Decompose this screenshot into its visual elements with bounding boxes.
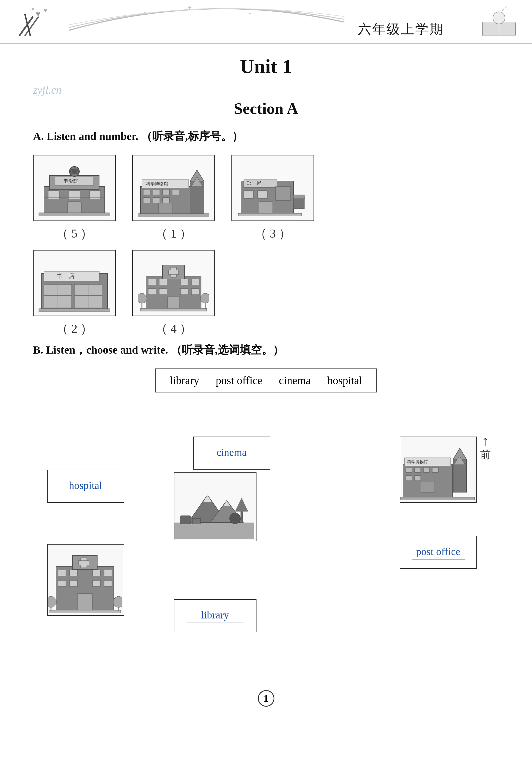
word-library: library — [170, 374, 199, 387]
part-a-instruction: A. Listen and number. （听录音,标序号。） — [33, 129, 499, 144]
svg-rect-31 — [172, 189, 179, 195]
svg-text:邮　局: 邮 局 — [247, 180, 261, 186]
image-box-cinema: 电影院 — [33, 155, 116, 221]
svg-marker-97 — [203, 495, 212, 502]
part-a-row-1: 电影院 （ 5 ） — [33, 155, 499, 242]
image-number-bookshop: （ 2 ） — [56, 320, 93, 337]
svg-point-78 — [200, 293, 209, 303]
map-box-cinema: cinema — [193, 437, 270, 470]
svg-rect-61 — [39, 309, 110, 311]
svg-rect-100 — [192, 519, 201, 524]
svg-rect-51 — [293, 195, 304, 199]
svg-rect-32 — [143, 198, 150, 203]
svg-rect-71 — [159, 288, 167, 294]
svg-rect-30 — [163, 189, 169, 195]
image-item-bookshop: 书 店 （ 2 ） — [33, 250, 116, 337]
part-b-instruction: B. Listen，choose and write. （听录音,选词填空。） — [33, 342, 499, 357]
svg-rect-70 — [148, 288, 156, 294]
svg-rect-94 — [174, 523, 254, 539]
svg-rect-46 — [258, 191, 267, 198]
header-decoration-right: ♪ ♫ — [477, 3, 521, 39]
svg-rect-25 — [39, 213, 110, 216]
image-item-hospital: （ 4 ） — [132, 250, 215, 337]
part-a-row-2: 书 店 （ 2 ） — [33, 250, 499, 337]
svg-rect-115 — [104, 581, 112, 587]
svg-rect-86 — [432, 468, 438, 473]
svg-rect-87 — [406, 476, 412, 481]
svg-rect-113 — [70, 581, 77, 587]
watermark: zyjl.cn — [33, 83, 499, 96]
svg-point-101 — [229, 513, 241, 524]
unit-title: Unit 1 — [33, 55, 499, 78]
svg-text:✦: ✦ — [187, 5, 192, 11]
map-cinema-image — [174, 473, 256, 541]
svg-rect-33 — [153, 198, 160, 203]
word-cinema: cinema — [279, 374, 311, 387]
direction-indicator: ↑ 前 — [480, 434, 491, 462]
svg-rect-49 — [238, 213, 302, 216]
svg-rect-110 — [93, 570, 100, 576]
svg-point-11 — [493, 12, 505, 24]
map-museum-image: 科学博物馆 — [400, 437, 477, 503]
svg-rect-99 — [180, 516, 191, 524]
library-answer: library — [201, 609, 229, 621]
word-bank: library post office cinema hospital — [155, 368, 376, 393]
svg-rect-68 — [180, 279, 188, 285]
svg-rect-102 — [241, 512, 243, 523]
svg-rect-85 — [423, 468, 430, 473]
image-item-cinema: 电影院 （ 5 ） — [33, 155, 116, 242]
image-number-museum: （ 1 ） — [155, 225, 192, 242]
image-item-museum: 科学博物馆 （ 1 ） — [132, 155, 215, 242]
word-bank-container: library post office cinema hospital — [33, 368, 499, 406]
svg-rect-72 — [180, 288, 188, 294]
svg-text:科学博物馆: 科学博物馆 — [407, 460, 428, 464]
svg-rect-83 — [406, 468, 412, 473]
svg-rect-117 — [49, 610, 121, 613]
arrow-up-symbol: ↑ — [482, 434, 489, 448]
image-box-postoffice: 邮 局 — [231, 155, 314, 221]
map-hospital-image — [47, 544, 124, 616]
svg-text:♫: ♫ — [504, 5, 507, 9]
library-underline — [187, 623, 244, 623]
header-title: 六年级上学期 — [358, 20, 444, 38]
svg-rect-47 — [276, 187, 291, 200]
svg-rect-29 — [153, 189, 160, 195]
svg-rect-92 — [421, 481, 435, 492]
page-number-container: 1 — [33, 690, 499, 707]
svg-rect-88 — [415, 476, 421, 481]
svg-text:♥: ♥ — [32, 7, 35, 12]
image-number-hospital: （ 4 ） — [155, 320, 192, 337]
svg-text:科学博物馆: 科学博物馆 — [146, 181, 168, 186]
svg-rect-108 — [58, 570, 66, 576]
image-number-cinema: （ 5 ） — [56, 225, 93, 242]
svg-rect-84 — [415, 468, 421, 473]
image-box-hospital — [132, 250, 215, 316]
svg-rect-65 — [169, 270, 179, 274]
svg-text:♥: ♥ — [36, 10, 40, 18]
svg-rect-69 — [191, 279, 199, 285]
svg-rect-73 — [191, 288, 199, 294]
svg-text:电影院: 电影院 — [63, 178, 78, 184]
rainbow-arc: ✦ ✦ ✦ — [55, 0, 358, 33]
svg-rect-41 — [138, 214, 209, 216]
svg-rect-50 — [293, 198, 304, 209]
svg-rect-28 — [143, 189, 150, 195]
svg-rect-114 — [93, 581, 100, 587]
section-title: Section A — [33, 99, 499, 118]
svg-point-120 — [113, 596, 122, 608]
svg-rect-34 — [163, 198, 169, 203]
map-layout: ↑ 前 hospital cinema 科学博物馆 — [39, 420, 493, 674]
svg-rect-74 — [168, 297, 180, 309]
map-box-postoffice: post office — [400, 536, 477, 569]
image-box-museum: 科学博物馆 — [132, 155, 215, 221]
cinema-answer: cinema — [217, 446, 247, 458]
hospital-answer: hospital — [69, 479, 102, 492]
svg-rect-109 — [70, 570, 77, 576]
svg-text:♪: ♪ — [502, 7, 504, 12]
svg-text:书　店: 书 店 — [56, 272, 75, 279]
svg-rect-116 — [77, 594, 92, 611]
svg-marker-103 — [235, 498, 248, 512]
cinema-underline — [205, 460, 258, 460]
svg-point-20 — [72, 169, 77, 174]
postoffice-answer: post office — [416, 546, 460, 558]
